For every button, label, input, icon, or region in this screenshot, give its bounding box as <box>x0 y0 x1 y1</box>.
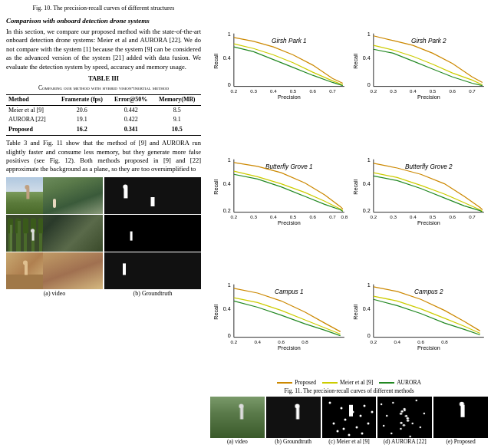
gt-cell-2 <box>104 215 201 252</box>
svg-text:0.5: 0.5 <box>430 213 437 219</box>
svg-text:0.4: 0.4 <box>363 305 371 312</box>
video-cell-2 <box>6 215 103 252</box>
table-title: TABLE III <box>6 74 201 83</box>
chart-campus-2: 1 0.4 0 Recall 0.2 0.4 0.6 0.8 Precision… <box>350 254 488 378</box>
chart-girsh-park-1: 1 0.4 0 Recall 0.2 0.3 0.4 0.5 0.6 0.7 P… <box>210 3 348 127</box>
legend-aurora: AURORA <box>379 379 421 386</box>
svg-text:1: 1 <box>367 282 371 288</box>
svg-text:1: 1 <box>228 156 231 163</box>
bottom-cell-e <box>433 397 488 438</box>
svg-text:0.3: 0.3 <box>390 88 397 94</box>
table-subtitle: Comparing our method with hybrid vision-… <box>6 84 201 92</box>
charts-grid: 1 0.4 0 Recall 0.2 0.3 0.4 0.5 0.6 0.7 P… <box>210 3 488 378</box>
svg-text:Recall: Recall <box>213 179 219 194</box>
fig10-caption: Fig. 10. The precision-recall curves of … <box>6 5 201 13</box>
chart-legend: Proposed Meier et al [9] AURORA <box>210 378 488 387</box>
svg-text:0.4: 0.4 <box>223 305 231 312</box>
svg-text:Precision: Precision <box>417 94 440 100</box>
svg-text:0.6: 0.6 <box>449 88 456 94</box>
legend-proposed: Proposed <box>277 379 316 386</box>
svg-text:0: 0 <box>228 332 231 339</box>
paragraph2: Table 3 and Fig. 11 show that the method… <box>6 139 201 174</box>
image-row-1 <box>6 177 201 214</box>
svg-text:0.3: 0.3 <box>250 88 257 94</box>
svg-text:0.6: 0.6 <box>309 88 316 94</box>
svg-text:0: 0 <box>228 81 231 88</box>
svg-text:0.4: 0.4 <box>363 180 371 186</box>
svg-text:0.3: 0.3 <box>390 213 397 219</box>
legend-line-aurora <box>379 382 394 384</box>
svg-text:0.7: 0.7 <box>469 213 476 219</box>
bottom-cap-e: (e) Proposed <box>433 438 488 445</box>
bottom-cap-b: (b) Groundtruth <box>266 438 321 445</box>
svg-text:0.4: 0.4 <box>254 339 261 344</box>
legend-line-proposed <box>277 382 292 384</box>
legend-label-proposed: Proposed <box>295 379 316 386</box>
svg-text:0.3: 0.3 <box>250 213 257 219</box>
svg-text:1: 1 <box>228 282 231 288</box>
svg-text:Precision: Precision <box>278 94 301 100</box>
svg-text:0.6: 0.6 <box>309 213 316 219</box>
svg-text:0.8: 0.8 <box>441 339 448 344</box>
bottom-cap-a: (a) video <box>210 438 265 445</box>
svg-text:1: 1 <box>367 31 371 38</box>
caption-a: (a) video <box>6 290 103 298</box>
paragraph1: In this section, we compare our proposed… <box>6 28 201 71</box>
bottom-cap-d: (d) AURORA [22] <box>377 438 432 445</box>
svg-text:0.4: 0.4 <box>270 213 277 219</box>
chart-svg-3: 1 0.4 0.2 Recall 0.2 0.3 0.4 0.5 0.6 0.7… <box>210 129 348 253</box>
svg-text:Girsh Park 2: Girsh Park 2 <box>411 38 447 44</box>
chart-butterfly-1: 1 0.4 0.2 Recall 0.2 0.3 0.4 0.5 0.6 0.7… <box>210 129 348 253</box>
bottom-captions: (a) video (b) Groundtruth (c) Meier et a… <box>210 438 488 445</box>
col-error: Error@50% <box>109 94 153 105</box>
svg-text:Recall: Recall <box>352 53 359 68</box>
svg-text:0.2: 0.2 <box>223 206 231 213</box>
svg-text:Campus 2: Campus 2 <box>414 288 443 295</box>
caption-b: (b) Groundtruth <box>104 290 201 298</box>
chart-campus-1: 1 0.4 0 Recall 0.2 0.4 0.6 0.8 Precision… <box>210 254 348 378</box>
svg-text:0.6: 0.6 <box>417 339 424 344</box>
svg-text:0.2: 0.2 <box>231 88 238 94</box>
left-panel: Fig. 10. The precision-recall curves of … <box>0 0 207 448</box>
svg-text:0.7: 0.7 <box>329 88 336 94</box>
legend-label-aurora: AURORA <box>397 379 421 386</box>
image-row-2 <box>6 215 201 252</box>
svg-text:Recall: Recall <box>352 305 359 320</box>
chart-svg-1: 1 0.4 0 Recall 0.2 0.3 0.4 0.5 0.6 0.7 P… <box>210 3 348 127</box>
svg-text:0.4: 0.4 <box>410 88 417 94</box>
legend-line-meier <box>322 382 338 384</box>
svg-text:Recall: Recall <box>213 53 219 68</box>
svg-text:Girsh Park 1: Girsh Park 1 <box>272 38 307 44</box>
chart-girsh-park-2: 1 0.4 0 Recall 0.2 0.3 0.4 0.5 0.6 0.7 P… <box>350 3 488 127</box>
svg-text:0.8: 0.8 <box>341 213 348 219</box>
svg-text:0.6: 0.6 <box>278 339 285 344</box>
svg-text:0.8: 0.8 <box>302 339 308 344</box>
svg-text:0.2: 0.2 <box>231 339 238 344</box>
svg-text:0.2: 0.2 <box>371 339 377 344</box>
svg-text:0.4: 0.4 <box>394 339 400 344</box>
video-cell-1 <box>6 177 103 214</box>
table-row-proposed: Proposed 16.2 0.341 10.5 <box>6 125 201 135</box>
svg-text:0.2: 0.2 <box>363 206 371 213</box>
chart-butterfly-2: 1 0.4 0.2 Recall 0.2 0.3 0.4 0.5 0.6 0.7… <box>350 129 488 253</box>
svg-text:0.4: 0.4 <box>270 88 277 94</box>
svg-text:Butterfly Grove 2: Butterfly Grove 2 <box>405 163 453 170</box>
svg-text:0.7: 0.7 <box>469 88 476 94</box>
svg-text:0.4: 0.4 <box>223 54 231 61</box>
chart-svg-4: 1 0.4 0.2 Recall 0.2 0.3 0.4 0.5 0.6 0.7… <box>350 129 488 253</box>
svg-text:Precision: Precision <box>417 344 440 351</box>
svg-text:0.2: 0.2 <box>371 213 377 219</box>
table-row: AURORA [22] 19.1 0.422 9.1 <box>6 115 201 125</box>
col-method: Method <box>6 94 55 105</box>
gt-cell-1 <box>104 177 201 214</box>
bottom-cell-b <box>266 397 321 438</box>
svg-text:0.7: 0.7 <box>329 213 336 219</box>
svg-text:Recall: Recall <box>213 305 219 320</box>
svg-text:0.5: 0.5 <box>430 88 437 94</box>
svg-text:Campus 1: Campus 1 <box>275 288 303 295</box>
svg-text:0.5: 0.5 <box>290 213 297 219</box>
svg-text:0.5: 0.5 <box>290 88 297 94</box>
svg-text:Butterfly Grove 1: Butterfly Grove 1 <box>265 163 313 170</box>
svg-text:0: 0 <box>367 81 371 88</box>
bottom-cap-c: (c) Meier et al [9] <box>322 438 377 445</box>
